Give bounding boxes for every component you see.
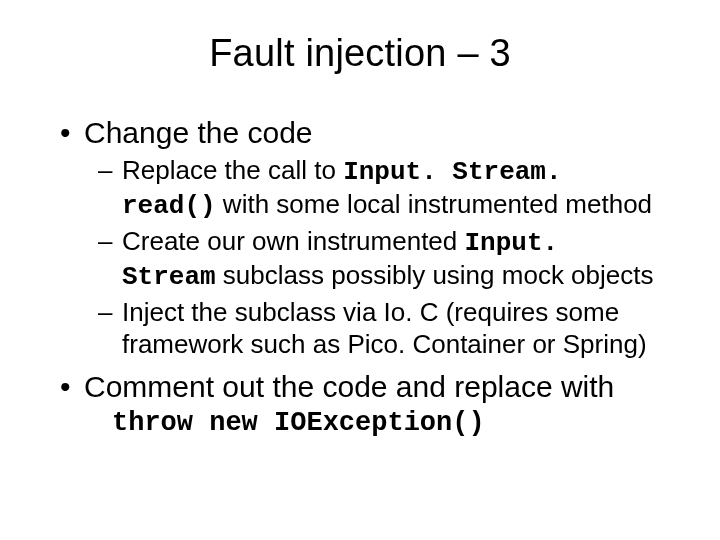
- sub-text: Replace the call to: [122, 155, 343, 185]
- bullet-text: Change the code: [84, 116, 313, 149]
- slide-title: Fault injection – 3: [56, 32, 664, 75]
- sub-text: Create our own instrumented: [122, 226, 465, 256]
- sub-text: subclass possibly using mock objects: [216, 260, 654, 290]
- bullet-item: Change the code Replace the call to Inpu…: [56, 115, 664, 361]
- bullet-item: Comment out the code and replace with th…: [56, 369, 664, 441]
- bullet-list: Change the code Replace the call to Inpu…: [56, 115, 664, 440]
- sub-text: Inject the subclass via Io. C (requires …: [122, 297, 647, 360]
- sub-bullet-list: Replace the call to Input. Stream. read(…: [96, 154, 664, 361]
- bullet-text: Comment out the code and replace with: [84, 370, 614, 403]
- slide: Fault injection – 3 Change the code Repl…: [0, 0, 720, 540]
- code-line: throw new IOException(): [112, 407, 664, 440]
- sub-bullet-item: Replace the call to Input. Stream. read(…: [96, 154, 664, 223]
- sub-bullet-item: Create our own instrumented Input. Strea…: [96, 225, 664, 294]
- sub-text: with some local instrumented method: [216, 189, 652, 219]
- sub-bullet-item: Inject the subclass via Io. C (requires …: [96, 296, 664, 361]
